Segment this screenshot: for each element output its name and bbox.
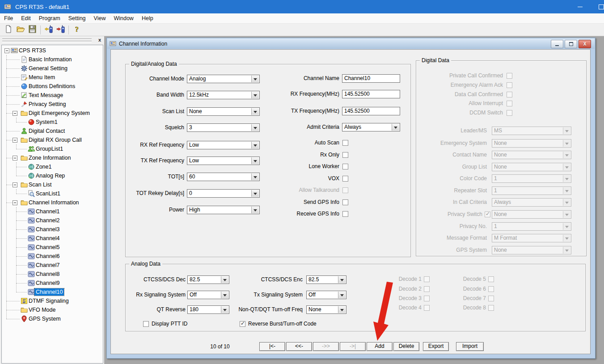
scan-list-select[interactable]: None bbox=[187, 107, 260, 116]
tree-item-general-setting[interactable]: General Setting bbox=[27, 65, 69, 72]
tree-item-zone1[interactable]: Zone1 bbox=[34, 163, 53, 170]
prev-page-button[interactable]: <<- bbox=[286, 342, 312, 351]
menu-program[interactable]: Program bbox=[35, 13, 64, 23]
receive-gps-info-checkbox[interactable] bbox=[342, 211, 348, 217]
band-width-select[interactable]: 12.5kHz bbox=[187, 91, 260, 99]
tree-connector-line bbox=[16, 144, 17, 149]
ctcss-dcs-enc-select[interactable]: 82.5 bbox=[306, 275, 346, 284]
import-button[interactable]: Import bbox=[456, 342, 484, 351]
menu-file[interactable]: File bbox=[0, 13, 17, 23]
tree-item-digital-rx-group-call[interactable]: Digital RX Group Call bbox=[27, 136, 83, 144]
power-select[interactable]: High bbox=[187, 206, 260, 214]
panel-gripper[interactable] bbox=[2, 38, 92, 40]
tree-expander[interactable] bbox=[13, 156, 17, 161]
tree-item-channel2[interactable]: Channel2 bbox=[34, 217, 61, 224]
scan-icon bbox=[28, 190, 35, 197]
first-record-button[interactable]: |<- bbox=[259, 342, 285, 351]
tree-item-channel7[interactable]: Channel7 bbox=[34, 262, 61, 269]
rx-only-checkbox[interactable] bbox=[342, 152, 348, 158]
channel-mode-select[interactable]: Analog bbox=[187, 75, 260, 83]
new-file-button[interactable] bbox=[2, 25, 14, 35]
vox-checkbox[interactable] bbox=[342, 176, 348, 182]
dialog-client-area: Digital/Analog Data Channel ModeAnalogBa… bbox=[110, 49, 591, 354]
tree-expander[interactable] bbox=[13, 111, 17, 116]
tree-item-cps-rt3s[interactable]: CPS RT3S bbox=[17, 47, 47, 54]
tree-expander[interactable] bbox=[13, 138, 17, 143]
tree-item-channel10[interactable]: Channel10 bbox=[34, 288, 64, 296]
tree-item-channel8[interactable]: Channel8 bbox=[34, 271, 61, 278]
open-file-button[interactable] bbox=[14, 25, 26, 35]
tree-item-dtmf-signaling[interactable]: DTMF Signaling bbox=[27, 297, 70, 305]
rx-frequency-mhz-input[interactable]: 145.52500 bbox=[342, 90, 400, 98]
tree-item-privacy-setting[interactable]: Privacy Setting bbox=[27, 101, 67, 108]
squelch-select[interactable]: 3 bbox=[187, 123, 260, 132]
save-file-button[interactable] bbox=[26, 25, 38, 35]
tree-item-analog-rep[interactable]: Analog Rep bbox=[34, 172, 66, 179]
data-call-confirmed-checkbox bbox=[507, 92, 512, 97]
chevron-down-icon bbox=[392, 124, 399, 131]
tree-row: ScanList1 bbox=[2, 189, 103, 198]
tree-item-scanlist1[interactable]: ScanList1 bbox=[34, 190, 62, 197]
tree-expander[interactable] bbox=[13, 182, 17, 187]
export-button[interactable]: Export bbox=[423, 342, 449, 351]
add-button[interactable]: Add bbox=[367, 342, 393, 351]
menu-help[interactable]: Help bbox=[138, 13, 157, 23]
tree-item-system1[interactable]: System1 bbox=[34, 119, 59, 126]
help-button[interactable]: ? bbox=[71, 25, 83, 35]
tree-item-channel4[interactable]: Channel4 bbox=[34, 235, 61, 242]
tree-expander[interactable] bbox=[4, 48, 9, 53]
tx-ref-frequency-select[interactable]: Low bbox=[187, 157, 260, 165]
chevron-down-icon bbox=[251, 190, 259, 197]
tx-frequency-mhz-input[interactable]: 145.52500 bbox=[342, 107, 400, 115]
tree-item-channel6[interactable]: Channel6 bbox=[34, 253, 61, 260]
menu-window[interactable]: Window bbox=[110, 13, 137, 23]
panel-gripper[interactable] bbox=[2, 41, 92, 42]
tree-item-scan-list[interactable]: Scan List bbox=[27, 181, 53, 188]
minimize-button[interactable] bbox=[571, 0, 589, 13]
tree-item-basic-information[interactable]: Basic Information bbox=[27, 56, 73, 63]
dialog-minimize-button[interactable] bbox=[551, 40, 563, 48]
channel-name-input[interactable]: Channel10 bbox=[342, 74, 400, 83]
tree-item-channel3[interactable]: Channel3 bbox=[34, 226, 61, 233]
tree-item-channel5[interactable]: Channel5 bbox=[34, 244, 61, 251]
tx-signaling-system-select[interactable]: Off bbox=[306, 291, 346, 299]
lone-worker-checkbox[interactable] bbox=[342, 164, 348, 169]
maximize-button[interactable] bbox=[592, 0, 604, 13]
tree-item-zone-information[interactable]: Zone Information bbox=[27, 154, 72, 161]
tree-item-channel9[interactable]: Channel9 bbox=[34, 279, 61, 287]
delete-button[interactable]: Delete bbox=[393, 342, 419, 351]
tree-item-gps-system[interactable]: GPS System bbox=[27, 315, 62, 322]
dialog-restore-button[interactable] bbox=[565, 40, 577, 48]
tree-item-grouplist1[interactable]: GroupList1 bbox=[34, 145, 64, 152]
auto-scan-checkbox[interactable] bbox=[342, 140, 348, 146]
tree-expander[interactable] bbox=[13, 200, 17, 205]
in-call-criteria-value: Always bbox=[494, 199, 511, 206]
reverse-burst-turn-off-code-checkbox[interactable]: ✓ bbox=[240, 321, 245, 327]
tree-item-text-message[interactable]: Text Message bbox=[27, 92, 64, 99]
tree-item-digital-contact[interactable]: Digital Contact bbox=[27, 127, 66, 135]
tree-item-channel1[interactable]: Channel1 bbox=[34, 208, 61, 215]
tree-item-vfo-mode[interactable]: VFO Mode bbox=[27, 306, 57, 313]
panel-close-icon[interactable]: x bbox=[98, 37, 101, 43]
in-call-criteria-select: Always bbox=[492, 198, 571, 207]
tree-item-menu-item[interactable]: Menu Item bbox=[27, 74, 56, 81]
tot-rekey-delay-s-select[interactable]: 0 bbox=[187, 189, 260, 198]
send-gps-info-checkbox[interactable] bbox=[342, 199, 348, 205]
tree-item-digit-emergency-system[interactable]: Digit Emergency System bbox=[27, 110, 91, 117]
display-ptt-id-checkbox[interactable] bbox=[143, 321, 149, 327]
menu-edit[interactable]: Edit bbox=[17, 13, 35, 23]
rx-ref-frequency-select[interactable]: Low bbox=[187, 141, 260, 149]
admit-criteria-select[interactable]: Always bbox=[342, 123, 400, 131]
read-from-radio-button[interactable] bbox=[42, 25, 55, 35]
tot-s-select[interactable]: 60 bbox=[187, 173, 260, 181]
menu-view[interactable]: View bbox=[90, 13, 110, 23]
dialog-close-button[interactable]: X bbox=[579, 40, 591, 48]
write-to-radio-button[interactable] bbox=[55, 25, 67, 35]
privacy-switch-value: None bbox=[494, 211, 507, 218]
chevron-down-icon bbox=[338, 276, 346, 283]
menu-setting[interactable]: Setting bbox=[64, 13, 90, 23]
tree-item-channel-information[interactable]: Channel Information bbox=[27, 199, 80, 206]
dialog-titlebar[interactable]: Channel Information X bbox=[107, 38, 595, 49]
non-qt-dqt-turn-off-freq-select[interactable]: None bbox=[306, 305, 346, 314]
tree-item-buttons-definitions[interactable]: Buttons Definitions bbox=[27, 83, 76, 90]
